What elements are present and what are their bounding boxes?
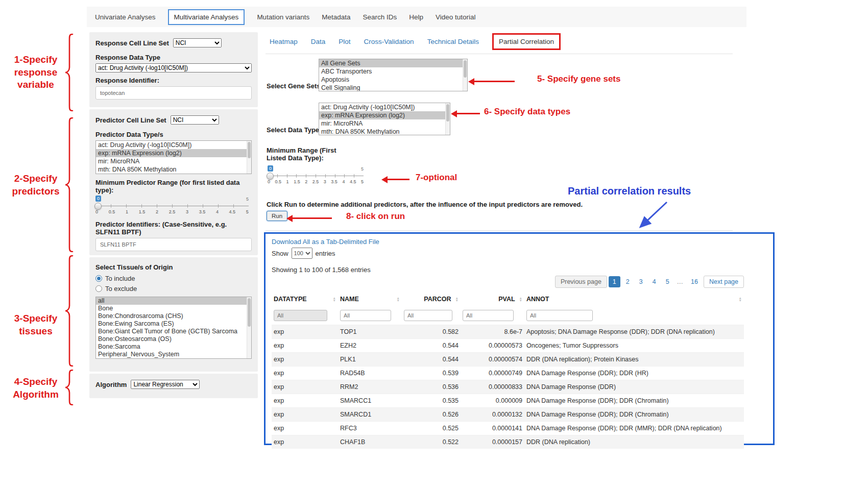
listbox-option[interactable]: Apoptosis xyxy=(319,76,467,84)
nav-help[interactable]: Help xyxy=(409,13,423,21)
radio-checked-icon[interactable] xyxy=(95,275,102,282)
download-link[interactable]: Download All as a Tab-Delimited File xyxy=(272,238,379,246)
page-button-2[interactable]: 2 xyxy=(622,276,634,287)
slider-handle[interactable] xyxy=(267,173,274,180)
filter-parcor-input[interactable] xyxy=(404,310,452,321)
table-row[interactable]: exp SMARCC1 0.535 0.000009 DNA Damage Re… xyxy=(272,394,744,408)
tab-technical-details[interactable]: Technical Details xyxy=(427,38,479,45)
filter-pval-input[interactable] xyxy=(463,310,514,321)
sort-icon[interactable]: ▲▼ xyxy=(519,297,522,302)
showing-status: Showing 1 to 100 of 1,568 entries xyxy=(272,266,767,274)
listbox-option[interactable]: mth: DNA 850K Methylation xyxy=(96,165,251,174)
listbox-option[interactable]: Cell Signaling xyxy=(319,84,467,91)
response-data-type-select[interactable]: act: Drug Activity (-log10[IC50M]) xyxy=(95,63,252,72)
entries-select[interactable]: 100 xyxy=(292,248,312,259)
tab-data[interactable]: Data xyxy=(311,38,326,45)
gene-sets-listbox[interactable]: All Gene Sets ABC Transporters Apoptosis… xyxy=(319,59,468,91)
nav-search-ids[interactable]: Search IDs xyxy=(363,13,397,21)
listbox-option[interactable]: ABC Transporters xyxy=(319,67,467,76)
response-cell-line-set-select[interactable]: NCI xyxy=(173,38,222,47)
cell-datatype: exp xyxy=(272,325,338,339)
table-row[interactable]: exp CHAF1B 0.522 0.0000157 DDR (DNA repl… xyxy=(272,435,744,449)
col-name[interactable]: NAME ▲▼ xyxy=(338,292,402,306)
slider-handle[interactable] xyxy=(94,203,102,210)
tissue-include-radio[interactable]: To include xyxy=(95,275,252,282)
page-button-16[interactable]: 16 xyxy=(687,276,702,287)
algorithm-select[interactable]: Linear Regression xyxy=(131,380,200,389)
listbox-option[interactable]: Bone:Sarcoma xyxy=(96,343,251,351)
response-identifier-input[interactable] xyxy=(95,86,252,100)
listbox-option[interactable]: act: Drug Activity (-log10[IC50M]) xyxy=(96,141,251,149)
scrollbar[interactable] xyxy=(247,297,251,358)
nav-mutation-variants[interactable]: Mutation variants xyxy=(257,13,309,21)
data-types-listbox[interactable]: act: Drug Activity (-log10[IC50M]) exp: … xyxy=(319,103,450,135)
tissue-exclude-radio[interactable]: To exclude xyxy=(95,285,252,292)
sort-icon[interactable]: ▲▼ xyxy=(739,297,742,302)
scrollbar-thumb[interactable] xyxy=(464,60,467,78)
slider-track[interactable] xyxy=(95,206,249,206)
run-button[interactable]: Run xyxy=(267,211,287,221)
col-parcor[interactable]: PARCOR ▲▼ xyxy=(402,292,461,306)
data-types-label: Select Data Types xyxy=(267,126,323,134)
predictor-cell-line-set-select[interactable]: NCI xyxy=(171,115,219,125)
listbox-option[interactable]: Bone xyxy=(96,305,251,312)
predictor-identifiers-input[interactable] xyxy=(95,238,252,251)
listbox-option-selected[interactable]: all xyxy=(96,297,251,305)
page-button-4[interactable]: 4 xyxy=(648,276,660,287)
tissue-listbox[interactable]: all Bone Bone:Chondrosarcoma (CHS) Bone:… xyxy=(95,297,252,359)
sort-icon[interactable]: ▲▼ xyxy=(455,297,459,302)
table-row[interactable]: exp RRM2 0.536 0.00000833 DNA Damage Res… xyxy=(272,380,744,394)
col-pval[interactable]: PVAL ▲▼ xyxy=(461,292,524,306)
nav-multivariate-analyses[interactable]: Multivariate Analyses xyxy=(168,9,245,25)
next-page-button[interactable]: Next page xyxy=(704,276,744,288)
slider-track[interactable] xyxy=(268,176,364,176)
listbox-option[interactable]: Bone:Giant Cell Tumor of Bone (GCTB) Sar… xyxy=(96,328,251,335)
tab-cross-validation[interactable]: Cross-Validation xyxy=(364,38,414,45)
nav-metadata[interactable]: Metadata xyxy=(322,13,350,21)
predictor-data-types-listbox[interactable]: act: Drug Activity (-log10[IC50M]) exp: … xyxy=(95,140,252,174)
table-row[interactable]: exp SMARCD1 0.526 0.0000132 DNA Damage R… xyxy=(272,408,744,422)
table-row[interactable]: exp PLK1 0.544 0.00000574 DDR (DNA repli… xyxy=(272,353,744,367)
table-row[interactable]: exp TOP1 0.582 8.6e-7 Apoptosis; DNA Dam… xyxy=(272,325,744,339)
slider-tick-label: 5 xyxy=(246,209,249,214)
sort-icon[interactable]: ▲▼ xyxy=(333,297,336,302)
listbox-option[interactable]: Bone:Ewing Sarcoma (ES) xyxy=(96,320,251,328)
listbox-option[interactable]: mir: MicroRNA xyxy=(319,119,450,128)
nav-univariate-analyses[interactable]: Univariate Analyses xyxy=(95,13,156,21)
previous-page-button[interactable]: Previous page xyxy=(555,276,607,288)
listbox-option[interactable]: mir: MicroRNA xyxy=(96,157,251,165)
listbox-option[interactable]: act: Drug Activity (-log10[IC50M]) xyxy=(319,103,450,111)
radio-unchecked-icon[interactable] xyxy=(95,285,102,292)
sort-icon[interactable]: ▲▼ xyxy=(397,297,400,302)
scrollbar[interactable] xyxy=(445,103,450,135)
filter-name-input[interactable] xyxy=(340,310,391,321)
tab-plot[interactable]: Plot xyxy=(339,38,350,45)
table-row[interactable]: exp EZH2 0.544 0.00000573 Oncogenes; Tum… xyxy=(272,339,744,353)
page-button-5[interactable]: 5 xyxy=(662,276,673,287)
listbox-option-selected[interactable]: exp: mRNA Expression (log2) xyxy=(319,111,450,119)
table-row[interactable]: exp RFC3 0.525 0.0000141 DNA Damage Resp… xyxy=(272,422,744,435)
filter-annot-input[interactable] xyxy=(526,310,593,321)
tab-partial-correlation[interactable]: Partial Correlation xyxy=(492,33,561,50)
scrollbar-thumb[interactable] xyxy=(248,298,251,327)
scrollbar[interactable] xyxy=(247,141,251,174)
listbox-option[interactable]: Bone:Osteosarcoma (OS) xyxy=(96,335,251,343)
scrollbar-thumb[interactable] xyxy=(446,104,449,121)
listbox-option[interactable]: Bone:Chondrosarcoma (CHS) xyxy=(96,312,251,320)
filter-datatype-input[interactable] xyxy=(274,310,327,321)
min-range-slider[interactable]: 0 5 0 0.5 1 1.5 2 2.5 3 3.5 4 4.5 5 xyxy=(268,165,364,187)
listbox-option[interactable]: mth: DNA 850K Methylation xyxy=(319,128,450,135)
page-button-1[interactable]: 1 xyxy=(609,276,620,287)
scrollbar-thumb[interactable] xyxy=(248,142,251,158)
nav-video-tutorial[interactable]: Video tutorial xyxy=(436,13,476,21)
min-predictor-range-slider[interactable]: 0 5 0 0.5 1 1.5 2 2.5 3 3.5 4 4.5 5 xyxy=(95,195,249,217)
col-datatype[interactable]: DATATYPE ▲▼ xyxy=(272,292,338,306)
table-row[interactable]: exp RAD54B 0.539 0.00000749 DNA Damage R… xyxy=(272,367,744,380)
listbox-option-selected[interactable]: exp: mRNA Expression (log2) xyxy=(96,149,251,157)
scrollbar[interactable] xyxy=(463,59,467,91)
tab-heatmap[interactable]: Heatmap xyxy=(270,38,298,45)
col-annot[interactable]: ANNOT ▲▼ xyxy=(524,292,744,306)
listbox-option[interactable]: Peripheral_Nervous_System xyxy=(96,351,251,358)
page-button-3[interactable]: 3 xyxy=(635,276,647,287)
listbox-option-selected[interactable]: All Gene Sets xyxy=(319,59,467,67)
